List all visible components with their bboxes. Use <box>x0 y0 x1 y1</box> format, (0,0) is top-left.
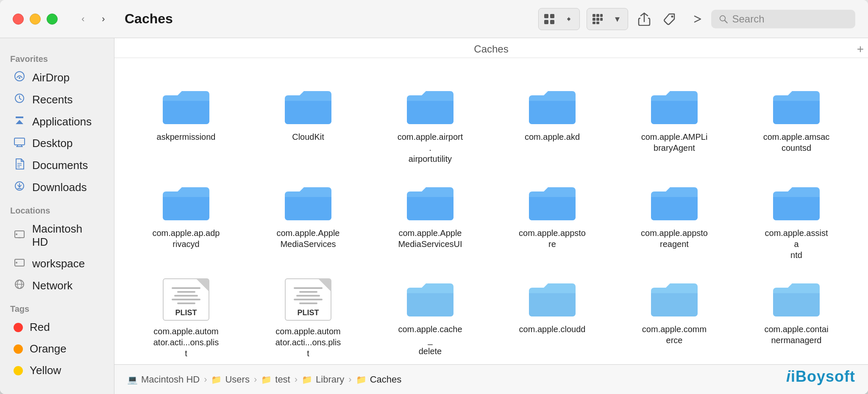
titlebar: ‹ › Caches <box>0 0 868 38</box>
path-caches[interactable]: 📁 Caches <box>356 374 402 385</box>
folder-item-amsaccountsd[interactable]: com.apple.amsaccountsd <box>737 79 855 171</box>
documents-icon <box>14 158 25 172</box>
folder-icon-amsaccountsd <box>771 86 822 126</box>
macintosh-hd-label: Macintosh HD <box>32 222 100 249</box>
minimize-button[interactable] <box>30 14 41 25</box>
sidebar-item-workspace[interactable]: workspace <box>3 253 111 275</box>
sidebar-item-airdrop[interactable]: AirDrop <box>3 67 111 89</box>
folder-icon-cloudkit <box>283 86 334 126</box>
folder-icon-appstoreagent <box>649 182 700 222</box>
folder-item-appstoreagent[interactable]: com.apple.appstoreagent <box>615 175 733 267</box>
folder-item-cloudd[interactable]: com.apple.cloudd <box>493 272 611 364</box>
folder-item-applemediaservicesui[interactable]: com.apple.AppleMediaServicesUI <box>371 175 489 267</box>
folder-label-containermanagerd: com.apple.containermanagerd <box>764 324 828 346</box>
view-toggle[interactable] <box>538 8 580 30</box>
folder-item-amplibrary[interactable]: com.apple.AMPLibraryAgent <box>615 79 733 171</box>
svg-rect-3 <box>550 20 554 24</box>
back-button[interactable]: ‹ <box>75 11 92 28</box>
view-options-button[interactable] <box>559 10 578 28</box>
icon-view-button[interactable] <box>540 10 559 28</box>
sidebar-item-recents[interactable]: Recents <box>3 89 111 111</box>
folder-label-plist1: com.apple.automator.acti...ons.plist <box>152 326 220 359</box>
group-view-toggle[interactable]: ▾ <box>587 8 628 30</box>
location-title: Caches <box>474 43 508 55</box>
folder-item-containermanagerd[interactable]: com.apple.containermanagerd <box>737 272 855 364</box>
folder-grid: askpermissiond CloudKit <box>127 75 855 364</box>
svg-rect-2 <box>544 20 548 24</box>
sidebar-item-network[interactable]: Network <box>3 275 111 297</box>
folder-icon-containermanagerd <box>771 278 822 319</box>
folder-label-amplibrary: com.apple.AMPLibraryAgent <box>641 131 708 153</box>
sidebar-item-red[interactable]: Red <box>3 316 111 338</box>
path-test[interactable]: 📁 test <box>261 374 290 385</box>
folder-item-commerce[interactable]: com.apple.commerce <box>615 272 733 364</box>
folder-icon-appstore <box>527 182 578 222</box>
documents-label: Documents <box>32 159 88 172</box>
folder-item-appstore[interactable]: com.apple.appstore <box>493 175 611 267</box>
folder-label-assistantd: com.apple.assistantd <box>762 228 830 261</box>
path-label-users: Users <box>225 374 249 385</box>
folder-item-plist1[interactable]: PLIST com.apple.automator.acti...ons.pli… <box>127 272 245 364</box>
plist-icon-1: PLIST <box>163 278 209 321</box>
folder-item-plist2[interactable]: PLIST com.apple.automator.acti...ons.pli… <box>249 272 367 364</box>
macintosh-hd-path-icon: 💻 <box>127 375 138 385</box>
applications-label: Applications <box>32 115 92 128</box>
library-path-icon: 📁 <box>302 375 312 385</box>
sidebar-item-downloads[interactable]: Downloads <box>3 176 111 198</box>
maximize-button[interactable] <box>47 14 58 25</box>
folder-label-plist2: com.apple.automator.acti...ons.plist <box>274 326 342 359</box>
toolbar-icons: ▾ <box>538 8 855 30</box>
folder-item-akd[interactable]: com.apple.akd <box>493 79 611 171</box>
folder-item-cloudkit[interactable]: CloudKit <box>249 79 367 171</box>
path-macintosh-hd[interactable]: 💻 Macintosh HD <box>127 374 200 385</box>
svg-rect-11 <box>596 22 599 24</box>
path-label-library: Library <box>316 374 344 385</box>
search-input[interactable] <box>732 13 848 25</box>
folder-icon-applemediaservicesui <box>405 182 456 222</box>
workspace-label: workspace <box>32 257 85 270</box>
sidebar-item-desktop[interactable]: Desktop <box>3 133 111 154</box>
path-sep-3: › <box>295 374 298 385</box>
forward-button[interactable]: › <box>95 11 112 28</box>
group-button[interactable] <box>588 10 607 28</box>
share-button[interactable] <box>635 10 654 28</box>
sidebar-item-orange[interactable]: Orange <box>3 338 111 360</box>
folder-item-cache-delete[interactable]: com.apple.cache_delete <box>371 272 489 364</box>
close-button[interactable] <box>13 14 24 25</box>
folder-label-askpermissiond: askpermissiond <box>157 131 216 142</box>
svg-point-12 <box>671 15 673 17</box>
folder-label-appstore: com.apple.appstore <box>519 228 586 250</box>
test-path-icon: 📁 <box>261 375 272 385</box>
folder-label-cloudd: com.apple.cloudd <box>519 324 586 335</box>
svg-rect-10 <box>593 22 595 24</box>
path-library[interactable]: 📁 Library <box>302 374 344 385</box>
svg-point-29 <box>18 237 21 239</box>
path-users[interactable]: 📁 Users <box>211 374 249 385</box>
orange-tag-dot <box>14 344 23 354</box>
folder-item-askpermissiond[interactable]: askpermissiond <box>127 79 245 171</box>
downloads-icon <box>14 180 25 194</box>
folder-item-airport[interactable]: com.apple.airport.airportutility <box>371 79 489 171</box>
folder-icon-askpermissiond <box>161 86 211 126</box>
more-button[interactable] <box>686 10 704 28</box>
folder-item-assistantd[interactable]: com.apple.assistantd <box>737 175 855 267</box>
tag-button[interactable] <box>660 10 679 28</box>
add-button[interactable]: + <box>857 42 864 56</box>
folder-item-ap-adp[interactable]: com.apple.ap.adprivacyd <box>127 175 245 267</box>
svg-rect-1 <box>550 14 554 18</box>
svg-rect-7 <box>593 18 595 21</box>
sidebar-item-macintosh-hd[interactable]: Macintosh HD <box>3 218 111 253</box>
sidebar-item-documents[interactable]: Documents <box>3 154 111 176</box>
traffic-lights <box>13 14 58 25</box>
sidebar-item-applications[interactable]: Applications <box>3 111 111 133</box>
plist-icon-2: PLIST <box>285 278 331 321</box>
tags-label: Tags <box>0 301 114 316</box>
folder-label-cache-delete: com.apple.cache_delete <box>396 324 464 357</box>
search-box[interactable] <box>711 10 855 28</box>
caches-path-icon: 📁 <box>356 375 367 385</box>
folder-item-applemediaservices[interactable]: com.apple.AppleMediaServices <box>249 175 367 267</box>
folder-label-amsaccountsd: com.apple.amsaccountsd <box>763 131 830 153</box>
location-title-bar: Caches + <box>114 38 868 58</box>
sidebar-item-yellow[interactable]: Yellow <box>3 360 111 381</box>
group-options-button[interactable]: ▾ <box>608 10 626 28</box>
